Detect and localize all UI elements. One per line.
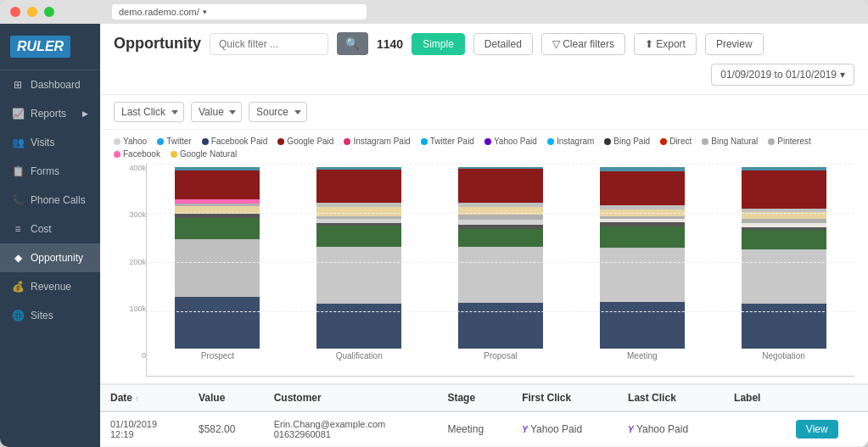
legend-facebook: Facebook bbox=[114, 149, 160, 159]
yahoo-icon: Y bbox=[522, 425, 528, 434]
y-label-200k: 200k bbox=[129, 258, 146, 266]
bar-seg bbox=[175, 206, 260, 215]
sidebar-item-cost[interactable]: ≡ Cost bbox=[0, 215, 100, 243]
cell-last-click: Y Yahoo Paid bbox=[618, 411, 724, 447]
bar-label-negotiation: Negotiation bbox=[762, 351, 805, 360]
quick-filter-input[interactable] bbox=[210, 33, 328, 55]
date-range-text: 01/09/2019 to 01/10/2019 bbox=[720, 69, 837, 81]
url-bar[interactable]: demo.rademo.com/ ▾ bbox=[112, 4, 367, 20]
bar-seg bbox=[175, 297, 260, 349]
legend-dot bbox=[547, 138, 554, 145]
date-range-picker[interactable]: 01/09/2019 to 01/10/2019 ▾ bbox=[711, 64, 854, 86]
legend-dot bbox=[114, 151, 120, 158]
bar-group-proposal: Proposal bbox=[430, 164, 572, 360]
sidebar-item-label: Reports bbox=[31, 108, 66, 120]
sidebar-item-phone-calls[interactable]: 📞 Phone Calls bbox=[0, 186, 100, 215]
legend-dot bbox=[421, 138, 428, 145]
bar-label-prospect: Prospect bbox=[201, 351, 234, 360]
value-filter[interactable]: Value bbox=[191, 102, 242, 122]
bar-group-prospect: Prospect bbox=[147, 164, 288, 360]
legend-google-paid: Google Paid bbox=[277, 137, 333, 146]
sidebar-item-forms[interactable]: 📋 Forms bbox=[0, 157, 100, 186]
data-table: Date ↑ Value Customer Stage First Click … bbox=[100, 385, 868, 447]
col-first-click: First Click bbox=[512, 385, 618, 411]
sites-icon: 🌐 bbox=[12, 310, 24, 321]
legend-dot bbox=[157, 138, 164, 145]
bar-seg bbox=[316, 207, 401, 216]
legend-direct: Direct bbox=[660, 137, 692, 146]
legend-dot bbox=[202, 138, 209, 145]
legend-twitter-paid: Twitter Paid bbox=[421, 137, 474, 146]
detailed-button[interactable]: Detailed bbox=[473, 33, 533, 55]
bar-meeting bbox=[600, 167, 685, 349]
view-button[interactable]: View bbox=[796, 420, 838, 439]
bar-negotiation bbox=[742, 167, 826, 349]
col-label: Label bbox=[724, 385, 786, 411]
last-click-filter[interactable]: Last Click bbox=[114, 102, 184, 122]
legend-facebook-paid: Facebook Paid bbox=[202, 137, 268, 146]
bar-seg bbox=[316, 247, 401, 304]
logo-text: RULER bbox=[10, 36, 70, 58]
col-value: Value bbox=[188, 385, 264, 411]
url-dropdown-icon[interactable]: ▾ bbox=[203, 8, 207, 16]
cell-action: View bbox=[786, 411, 868, 447]
minimize-button[interactable] bbox=[27, 7, 37, 17]
simple-button[interactable]: Simple bbox=[412, 33, 465, 55]
bar-seg bbox=[175, 218, 260, 239]
sidebar-item-opportunity[interactable]: ◆ Opportunity bbox=[0, 243, 100, 272]
maximize-button[interactable] bbox=[44, 7, 54, 17]
bar-qualification bbox=[316, 167, 401, 349]
chart-section: Yahoo Twitter Facebook Paid Google Paid bbox=[100, 130, 868, 383]
legend-twitter: Twitter bbox=[157, 137, 191, 146]
bar-label-qualification: Qualification bbox=[336, 351, 383, 360]
bar-seg bbox=[742, 249, 826, 304]
bar-seg bbox=[458, 207, 543, 215]
dashboard-icon: ⊞ bbox=[12, 79, 24, 91]
y-axis: 400k 300k 200k 100k 0 bbox=[114, 164, 146, 377]
bar-group-qualification: Qualification bbox=[288, 164, 430, 360]
chart-container: 400k 300k 200k 100k 0 bbox=[114, 164, 854, 377]
revenue-icon: 💰 bbox=[12, 281, 24, 293]
filter-icon: ▽ bbox=[552, 38, 560, 50]
legend-dot bbox=[604, 138, 611, 145]
yahoo-icon: Y bbox=[628, 425, 634, 434]
reports-icon: 📈 bbox=[12, 108, 24, 120]
search-button[interactable]: 🔍 bbox=[337, 32, 368, 55]
sidebar-item-revenue[interactable]: 💰 Revenue bbox=[0, 272, 100, 301]
bar-chart: Prospect bbox=[146, 164, 854, 377]
bar-seg bbox=[175, 239, 260, 297]
filter-row: Last Click Value Source bbox=[100, 95, 868, 130]
sidebar-item-label: Visits bbox=[31, 137, 54, 148]
bar-seg bbox=[600, 171, 685, 205]
export-button[interactable]: ⬆ Export bbox=[634, 33, 697, 55]
visits-icon: 👥 bbox=[12, 137, 24, 148]
chevron-down-icon: ▾ bbox=[840, 69, 845, 81]
legend-google-natural: Google Natural bbox=[171, 149, 237, 159]
legend-instagram-paid: Instagram Paid bbox=[344, 137, 410, 146]
legend-bing-natural: Bing Natural bbox=[702, 137, 758, 146]
bar-seg bbox=[316, 170, 401, 203]
sidebar-item-label: Sites bbox=[31, 310, 53, 321]
sidebar-item-label: Phone Calls bbox=[31, 194, 86, 206]
close-button[interactable] bbox=[10, 7, 20, 17]
sidebar-item-label: Opportunity bbox=[31, 252, 83, 264]
sidebar-item-sites[interactable]: 🌐 Sites bbox=[0, 301, 100, 330]
sidebar-item-dashboard[interactable]: ⊞ Dashboard bbox=[0, 70, 100, 99]
preview-button[interactable]: Preview bbox=[705, 33, 764, 55]
titlebar: demo.rademo.com/ ▾ bbox=[0, 0, 868, 24]
url-text: demo.rademo.com/ bbox=[119, 7, 199, 17]
legend-yahoo: Yahoo bbox=[114, 137, 147, 146]
bar-seg bbox=[600, 210, 685, 216]
cell-stage: Meeting bbox=[437, 411, 512, 447]
count-badge: 1140 bbox=[377, 37, 403, 51]
sidebar-item-label: Cost bbox=[31, 223, 52, 235]
source-filter[interactable]: Source bbox=[249, 102, 307, 122]
sort-icon[interactable]: ↑ bbox=[135, 394, 139, 403]
bar-seg bbox=[742, 304, 826, 349]
clear-filters-button[interactable]: ▽ Clear filters bbox=[541, 33, 625, 55]
app-window: demo.rademo.com/ ▾ RULER ⊞ Dashboard 📈 R… bbox=[0, 0, 868, 447]
legend-dot bbox=[344, 138, 350, 145]
sidebar-item-visits[interactable]: 👥 Visits bbox=[0, 128, 100, 157]
sidebar-item-reports[interactable]: 📈 Reports ▶ bbox=[0, 99, 100, 128]
bar-seg bbox=[458, 303, 543, 349]
